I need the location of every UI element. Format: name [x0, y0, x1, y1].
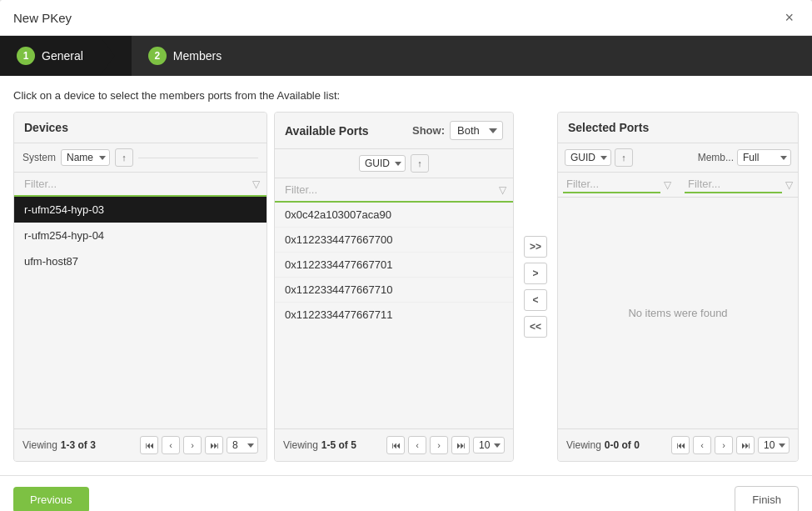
available-viewing-range: 1-5 of 5	[321, 439, 356, 451]
available-panel: Available Ports Show: Both Ports Hosts G…	[274, 112, 514, 462]
no-items-message: No items were found	[558, 198, 798, 428]
devices-viewing-range: 1-3 of 3	[61, 439, 96, 451]
transfer-all-right-btn[interactable]: >>	[524, 236, 547, 258]
selected-last-btn[interactable]: ⏭	[736, 436, 755, 454]
close-button[interactable]: ×	[780, 8, 799, 27]
header-divider	[138, 158, 258, 158]
step-general-num: 1	[17, 47, 35, 65]
selected-footer: Viewing 0-0 of 0 ⏮ ‹ › ⏭ 10 25 50	[558, 428, 798, 461]
system-sort-select[interactable]: Name	[61, 149, 110, 166]
devices-last-btn[interactable]: ⏭	[205, 436, 223, 454]
devices-filter-row: ▽	[14, 173, 267, 197]
available-footer: Viewing 1-5 of 5 ⏮ ‹ › ⏭ 10 25 50	[275, 428, 513, 461]
devices-first-btn[interactable]: ⏮	[140, 436, 158, 454]
selected-filter-guid-input[interactable]	[563, 176, 660, 193]
transfer-one-left-btn[interactable]: <	[524, 289, 547, 311]
selected-panel-header: Selected Ports	[558, 113, 798, 143]
available-filter-icon: ▽	[499, 184, 506, 196]
devices-filter-input[interactable]	[21, 176, 249, 192]
selected-memb-select[interactable]: Full Limited	[737, 149, 791, 166]
available-filter-input[interactable]	[281, 182, 496, 198]
show-label: Show:	[412, 124, 445, 137]
modal-footer: Previous Finish	[0, 475, 812, 511]
selected-viewing-range: 0-0 of 0	[605, 439, 640, 451]
selected-guid-sort-btn[interactable]: ↑	[615, 148, 633, 167]
selected-col-headers: GUID ↑ Memb... Full Limited	[558, 143, 798, 173]
selected-filter-memb-input[interactable]	[685, 176, 782, 193]
available-title: Available Ports	[285, 124, 369, 138]
devices-panel-header: Devices	[14, 113, 267, 143]
available-sort-btn[interactable]: ↑	[411, 154, 429, 173]
available-first-btn[interactable]: ⏮	[386, 436, 405, 454]
port-item-1[interactable]: 0x1122334477667700	[275, 228, 513, 253]
selected-filter-memb-icon: ▽	[785, 179, 793, 191]
transfer-one-right-btn[interactable]: >	[524, 263, 547, 284]
devices-footer: Viewing 1-3 of 3 ⏮ ‹ › ⏭ 8 10 25	[14, 428, 267, 461]
devices-list: r-ufm254-hyp-03 r-ufm254-hyp-04 ufm-host…	[14, 197, 267, 428]
modal-body: Click on a device to select the members …	[0, 76, 812, 475]
step-members-num: 2	[148, 47, 167, 65]
modal-title: New PKey	[13, 11, 72, 25]
selected-memb-label: Memb...	[698, 152, 734, 163]
transfer-buttons: >> > < <<	[521, 236, 550, 338]
available-next-btn[interactable]: ›	[430, 436, 448, 454]
port-item-2[interactable]: 0x1122334477667701	[275, 253, 513, 278]
selected-panel: Selected Ports GUID ↑ Memb... Full Limit…	[557, 112, 799, 462]
available-port-list: 0x0c42a103007aca90 0x1122334477667700 0x…	[275, 203, 513, 428]
steps-bar: 1 General 2 Members	[0, 36, 812, 76]
transfer-all-left-btn[interactable]: <<	[524, 316, 547, 338]
step-general[interactable]: 1 General	[0, 36, 132, 76]
selected-page-size-select[interactable]: 10 25 50	[758, 437, 790, 453]
device-item-1[interactable]: r-ufm254-hyp-04	[14, 223, 267, 248]
available-column-headers: GUID ↑	[275, 149, 513, 178]
port-item-0[interactable]: 0x0c42a103007aca90	[275, 203, 513, 228]
show-select[interactable]: Both Ports Hosts	[450, 121, 503, 140]
finish-button[interactable]: Finish	[735, 486, 799, 511]
step-arrow-general	[100, 36, 115, 76]
device-item-0[interactable]: r-ufm254-hyp-03	[14, 197, 267, 223]
system-label: System	[22, 152, 56, 163]
panels-row: Devices System Name ↑ ▽ r-ufm254-hyp-03	[13, 112, 799, 462]
devices-page-size-select[interactable]: 8 10 25	[227, 437, 258, 453]
available-viewing-label: Viewing	[283, 439, 318, 451]
available-sort-select[interactable]: GUID	[359, 155, 406, 172]
devices-next-btn[interactable]: ›	[183, 436, 202, 454]
port-item-3[interactable]: 0x1122334477667710	[275, 278, 513, 303]
available-prev-btn[interactable]: ‹	[408, 436, 426, 454]
selected-next-btn[interactable]: ›	[715, 436, 733, 454]
available-panel-header: Available Ports Show: Both Ports Hosts	[275, 113, 513, 149]
available-last-btn[interactable]: ⏭	[451, 436, 470, 454]
devices-viewing-label: Viewing	[22, 439, 57, 451]
selected-filter-guid-icon: ▽	[664, 179, 671, 191]
show-filter-group: Show: Both Ports Hosts	[412, 121, 503, 140]
devices-prev-btn[interactable]: ‹	[162, 436, 180, 454]
selected-filters: ▽ ▽	[558, 173, 798, 198]
selected-prev-btn[interactable]: ‹	[693, 436, 711, 454]
available-page-size-select[interactable]: 10 25 50	[473, 437, 505, 453]
port-item-4[interactable]: 0x1122334477667711	[275, 303, 513, 327]
step-members-label: Members	[173, 49, 222, 63]
step-members[interactable]: 2 Members	[132, 36, 812, 76]
instruction-text: Click on a device to select the members …	[13, 89, 799, 102]
selected-guid-sort-select[interactable]: GUID	[565, 149, 611, 166]
devices-panel: Devices System Name ↑ ▽ r-ufm254-hyp-03	[13, 112, 267, 462]
filter-icon: ▽	[252, 178, 260, 190]
step-general-label: General	[42, 49, 83, 63]
devices-column-headers: System Name ↑	[14, 143, 267, 173]
selected-title: Selected Ports	[568, 121, 649, 134]
modal-header: New PKey ×	[0, 0, 812, 36]
device-item-2[interactable]: ufm-host87	[14, 248, 267, 274]
modal-dialog: New PKey × 1 General 2 Members Click on …	[0, 0, 812, 511]
previous-button[interactable]: Previous	[13, 487, 89, 511]
available-filter-row: ▽	[275, 178, 513, 203]
devices-title: Devices	[24, 121, 68, 134]
selected-first-btn[interactable]: ⏮	[671, 436, 690, 454]
sort-asc-button[interactable]: ↑	[115, 148, 133, 167]
selected-viewing-label: Viewing	[566, 439, 601, 451]
